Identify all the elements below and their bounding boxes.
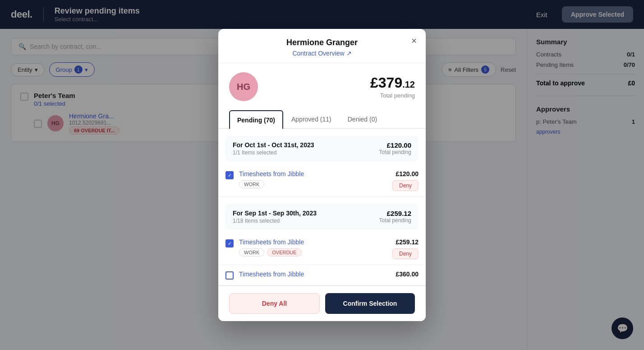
- item-details-3: Timesheets from Jibble: [239, 271, 390, 278]
- modal: Hermione Granger Contract Overview ↗ × H…: [218, 29, 426, 321]
- tab-approved[interactable]: Approved (11): [283, 110, 340, 128]
- item-name-1[interactable]: Timesheets from Jibble: [239, 170, 387, 177]
- period-sep-amount: £259.12: [379, 210, 411, 217]
- period-oct: For Oct 1st - Oct 31st, 2023 1/1 Items s…: [225, 136, 419, 161]
- tab-denied[interactable]: Denied (0): [340, 110, 385, 128]
- deny-all-button[interactable]: Deny All: [229, 293, 320, 314]
- item-checkbox-3[interactable]: [225, 271, 234, 280]
- modal-person-header: HG £379.12 Total pending: [218, 63, 426, 110]
- period-oct-dates: For Oct 1st - Oct 31st, 2023: [233, 141, 314, 149]
- item-row-2: ✓ Timesheets from Jibble WORK OVERDUE £2…: [218, 233, 426, 265]
- deny-button-2[interactable]: Deny: [392, 248, 419, 259]
- item-name-2[interactable]: Timesheets from Jibble: [239, 238, 387, 246]
- period-sep-header: For Sep 1st - Sep 30th, 2023 1/18 Items …: [233, 210, 411, 224]
- item-details-1: Timesheets from Jibble WORK: [239, 170, 387, 188]
- period-oct-amount: £120.00: [379, 141, 411, 149]
- item-checkbox-2[interactable]: ✓: [225, 239, 234, 247]
- item-row-1: ✓ Timesheets from Jibble WORK £120.00 De…: [218, 165, 426, 197]
- modal-title: Hermione Granger: [229, 38, 415, 47]
- deny-button-1[interactable]: Deny: [392, 180, 419, 191]
- contract-overview-link[interactable]: Contract Overview ↗: [292, 50, 351, 57]
- tab-pending[interactable]: Pending (70): [229, 110, 283, 129]
- tag-overdue-2: OVERDUE: [267, 248, 301, 257]
- item-right-3: £360.00: [396, 271, 419, 278]
- item-amount-2: £259.12: [392, 238, 419, 246]
- item-tags-2: WORK OVERDUE: [239, 248, 387, 257]
- period-sep-dates: For Sep 1st - Sep 30th, 2023: [233, 210, 317, 217]
- period-sep: For Sep 1st - Sep 30th, 2023 1/18 Items …: [225, 204, 419, 229]
- item-name-3[interactable]: Timesheets from Jibble: [239, 271, 390, 278]
- modal-header: Hermione Granger Contract Overview ↗ ×: [218, 29, 426, 63]
- total-label: Total pending: [265, 92, 415, 99]
- tag-work-1: WORK: [239, 180, 264, 188]
- period-oct-header: For Oct 1st - Oct 31st, 2023 1/1 Items s…: [233, 141, 411, 156]
- modal-footer: Deny All Confirm Selection: [218, 285, 426, 321]
- checkmark-icon-1: ✓: [228, 173, 232, 178]
- period-oct-items: 1/1 Items selected: [233, 149, 314, 156]
- total-amount: £379.12: [265, 75, 415, 91]
- item-amount-1: £120.00: [392, 170, 419, 177]
- period-oct-pending: Total pending: [379, 149, 411, 155]
- modal-overlay: Hermione Granger Contract Overview ↗ × H…: [0, 0, 644, 350]
- item-details-2: Timesheets from Jibble WORK OVERDUE: [239, 238, 387, 257]
- item-amount-3: £360.00: [396, 271, 419, 278]
- modal-amount-block: £379.12 Total pending: [265, 75, 415, 99]
- modal-body: For Oct 1st - Oct 31st, 2023 1/1 Items s…: [218, 129, 426, 285]
- modal-avatar: HG: [229, 72, 258, 101]
- item-row-3: Timesheets from Jibble £360.00: [218, 265, 426, 285]
- period-sep-items: 1/18 Items selected: [233, 218, 317, 224]
- item-checkbox-1[interactable]: ✓: [225, 171, 234, 179]
- item-tags-1: WORK: [239, 180, 387, 188]
- modal-close-button[interactable]: ×: [411, 36, 417, 45]
- tag-work-2: WORK: [239, 248, 264, 257]
- item-right-2: £259.12 Deny: [392, 238, 419, 259]
- confirm-selection-button[interactable]: Confirm Selection: [325, 293, 415, 314]
- period-sep-pending: Total pending: [379, 217, 411, 224]
- external-link-icon: ↗: [346, 50, 352, 57]
- checkmark-icon-2: ✓: [228, 241, 232, 247]
- item-right-1: £120.00 Deny: [392, 170, 419, 191]
- modal-tabs: Pending (70) Approved (11) Denied (0): [218, 110, 426, 129]
